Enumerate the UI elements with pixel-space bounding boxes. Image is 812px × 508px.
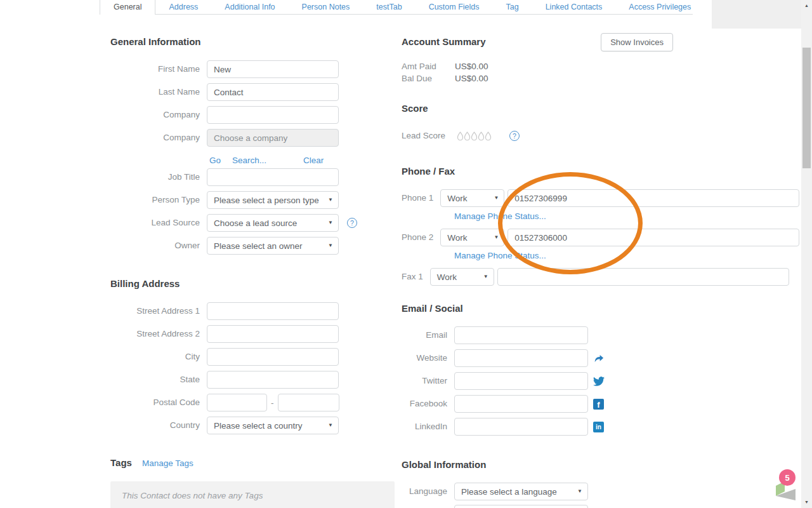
last-name-input[interactable] xyxy=(207,83,339,101)
lead-source-label: Lead Source xyxy=(110,214,200,232)
company-chooser-value: Choose a company xyxy=(214,133,287,143)
scrollbar-thumb[interactable] xyxy=(802,48,811,168)
phone-fax-section: Phone / Fax Phone 1 Work ▼ Manage Phone … xyxy=(402,166,693,286)
tags-section: Tags Manage Tags This Contact does not h… xyxy=(110,458,395,508)
phone1-number-input[interactable] xyxy=(508,189,799,207)
bal-due-label: Bal Due xyxy=(402,72,447,84)
vertical-scrollbar[interactable]: ▲ ▼ xyxy=(801,0,812,508)
fax1-type-select[interactable]: Work ▼ xyxy=(430,268,494,286)
owner-label: Owner xyxy=(110,237,200,255)
tab-bar: General Address Additional Info Person N… xyxy=(100,0,704,15)
company-label: Company xyxy=(110,106,200,124)
tab-linked-contacts[interactable]: Linked Contacts xyxy=(532,0,616,15)
first-name-input[interactable] xyxy=(207,60,339,78)
language-label: Language xyxy=(402,483,447,500)
chevron-down-icon: ▼ xyxy=(328,243,333,248)
language-value: Please select a language xyxy=(461,487,557,497)
bal-due-value: US$0.00 xyxy=(455,74,693,83)
lead-source-select[interactable]: Choose a lead source ▼ xyxy=(207,214,339,232)
manage-tags-link[interactable]: Manage Tags xyxy=(142,458,193,468)
facebook-label: Facebook xyxy=(402,395,447,413)
owner-select[interactable]: Please select an owner ▼ xyxy=(207,237,339,255)
linkedin-icon[interactable]: in xyxy=(593,422,604,432)
tab-general[interactable]: General xyxy=(100,0,155,15)
score-title: Score xyxy=(402,104,693,114)
general-information-section: General Information First Name Last Name… xyxy=(110,37,351,260)
linkedin-label: LinkedIn xyxy=(402,418,447,436)
chevron-down-icon: ▼ xyxy=(577,489,582,494)
state-input[interactable] xyxy=(207,371,339,389)
person-type-select[interactable]: Please select a person type ▼ xyxy=(207,191,339,209)
tags-empty-message: This Contact does not have any Tags xyxy=(122,491,263,500)
global-information-title: Global Information xyxy=(402,460,693,470)
phone1-label: Phone 1 xyxy=(402,189,433,207)
phone1-type-value: Work xyxy=(447,194,467,203)
street-address-1-label: Street Address 1 xyxy=(110,302,200,320)
flame-icon[interactable] xyxy=(457,131,464,142)
scroll-up-arrow-icon[interactable]: ▲ xyxy=(801,1,812,10)
clipped-next-field[interactable] xyxy=(454,505,588,508)
tab-additional-info[interactable]: Additional Info xyxy=(211,0,288,15)
lead-source-value: Choose a lead source xyxy=(214,218,297,228)
tab-testtab[interactable]: testTab xyxy=(363,0,415,15)
account-summary-section: Show Invoices Account Summary Amt Paid U… xyxy=(402,33,693,84)
twitter-input[interactable] xyxy=(454,372,588,390)
language-select[interactable]: Please select a language ▼ xyxy=(454,483,588,500)
tab-tag[interactable]: Tag xyxy=(493,0,532,15)
amt-paid-label: Amt Paid xyxy=(402,60,447,72)
tab-address[interactable]: Address xyxy=(155,0,211,15)
company-input[interactable] xyxy=(207,106,339,124)
amt-paid-value: US$0.00 xyxy=(455,62,693,71)
chevron-down-icon: ▼ xyxy=(494,235,499,240)
twitter-icon[interactable] xyxy=(593,377,605,386)
linkedin-input[interactable] xyxy=(454,418,588,436)
phone2-type-select[interactable]: Work ▼ xyxy=(440,229,504,246)
lead-score-help-icon[interactable]: ? xyxy=(509,131,520,141)
last-name-label: Last Name xyxy=(110,83,200,101)
visit-website-arrow-icon[interactable] xyxy=(593,353,604,364)
tab-custom-fields[interactable]: Custom Fields xyxy=(416,0,493,15)
email-input[interactable] xyxy=(454,326,588,344)
postal-code-ext-input[interactable] xyxy=(278,394,339,411)
lead-source-help-icon[interactable]: ? xyxy=(347,218,357,228)
flame-icon[interactable] xyxy=(485,131,492,142)
person-type-value: Please select a person type xyxy=(214,196,319,205)
flame-icon[interactable] xyxy=(464,131,471,142)
tab-access-privileges[interactable]: Access Privileges xyxy=(615,0,704,15)
twitter-label: Twitter xyxy=(402,372,447,390)
fax1-type-value: Work xyxy=(437,272,457,282)
phone2-number-input[interactable] xyxy=(508,229,799,246)
facebook-input[interactable] xyxy=(454,395,588,413)
chevron-down-icon: ▼ xyxy=(328,197,333,203)
facebook-icon[interactable]: f xyxy=(593,399,604,410)
country-value: Please select a country xyxy=(214,421,303,431)
manage-phone-status-link-2[interactable]: Manage Phone Status... xyxy=(454,251,546,260)
city-input[interactable] xyxy=(207,348,339,366)
company-chooser-field[interactable]: Choose a company xyxy=(207,129,339,147)
street-address-1-input[interactable] xyxy=(207,302,339,320)
postal-code-input[interactable] xyxy=(207,394,267,411)
city-label: City xyxy=(110,348,200,366)
street-address-2-input[interactable] xyxy=(207,325,339,343)
phone1-type-select[interactable]: Work ▼ xyxy=(440,189,504,207)
postal-code-dash: - xyxy=(271,398,274,408)
country-select[interactable]: Please select a country ▼ xyxy=(207,417,339,434)
score-section: Score Lead Score ? xyxy=(402,104,693,142)
flame-icon[interactable] xyxy=(478,131,485,142)
company-go-link[interactable]: Go xyxy=(209,156,221,165)
website-input[interactable] xyxy=(454,349,588,367)
scroll-down-arrow-icon[interactable]: ▼ xyxy=(801,498,812,507)
tab-person-notes[interactable]: Person Notes xyxy=(289,0,363,15)
feedback-widget[interactable]: 5 xyxy=(771,469,797,505)
global-information-section: Global Information Language Please selec… xyxy=(402,460,693,508)
email-social-section: Email / Social Email Website Twitter xyxy=(402,304,693,441)
job-title-label: Job Title xyxy=(110,168,200,186)
flame-icon[interactable] xyxy=(471,131,478,142)
show-invoices-button[interactable]: Show Invoices xyxy=(601,33,673,51)
job-title-input[interactable] xyxy=(207,168,339,186)
company-clear-link[interactable]: Clear xyxy=(303,156,324,165)
company-search-link[interactable]: Search... xyxy=(232,156,266,165)
fax1-number-input[interactable] xyxy=(497,268,789,286)
country-label: Country xyxy=(110,417,200,434)
manage-phone-status-link-1[interactable]: Manage Phone Status... xyxy=(454,211,546,221)
